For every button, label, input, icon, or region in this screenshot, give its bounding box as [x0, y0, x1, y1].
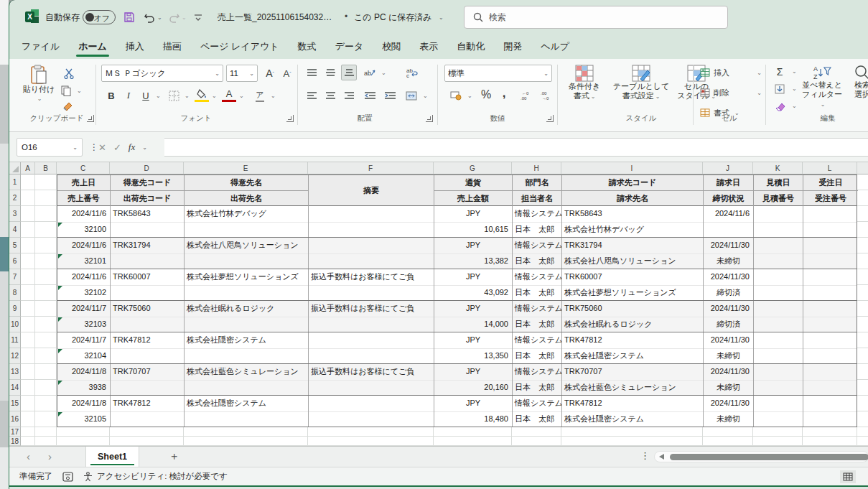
cell-A14[interactable] — [21, 380, 35, 396]
cell-F16[interactable] — [309, 411, 434, 427]
cell-J16[interactable]: 未締切 — [704, 411, 754, 427]
cell-D8[interactable] — [111, 285, 185, 300]
align-bottom-button-selected[interactable] — [341, 65, 357, 80]
scroll-left-arrow[interactable] — [659, 454, 664, 460]
cell-A8[interactable] — [21, 285, 35, 301]
cell-F5[interactable] — [309, 238, 434, 253]
cell-C11[interactable]: 2024/11/7 — [57, 332, 111, 348]
cell-M2[interactable] — [857, 190, 868, 206]
font-name-select[interactable]: ＭＳ Ｐゴシック⌄ — [101, 65, 223, 82]
underline-chevron[interactable]: ⌄ — [156, 93, 161, 99]
cell-E16[interactable] — [185, 411, 309, 427]
cell-H10[interactable]: 日本 太郎 — [513, 317, 562, 332]
cell-K12[interactable] — [754, 348, 803, 363]
cell-A7[interactable] — [21, 269, 35, 285]
wrap-text-button[interactable]: abc — [403, 65, 421, 80]
cell-B1[interactable] — [35, 174, 57, 190]
cell-H9[interactable]: 情報システム — [513, 301, 562, 317]
cell-H13[interactable]: 情報システム — [513, 364, 562, 380]
cell-I13[interactable]: TRK70707 — [562, 364, 704, 380]
cell-L7[interactable] — [803, 269, 858, 285]
save-icon[interactable] — [121, 9, 137, 25]
header-cell-D2[interactable]: 出荷先コード — [111, 191, 185, 206]
merge-center-button[interactable] — [403, 88, 420, 103]
cell-G4[interactable]: 10,615 — [434, 222, 513, 237]
decrease-indent-button[interactable] — [361, 88, 378, 103]
cell-E10[interactable] — [185, 317, 309, 332]
cell-G18[interactable] — [434, 437, 512, 446]
orientation-button[interactable]: ab — [361, 65, 378, 80]
cell-A17[interactable] — [21, 427, 35, 437]
cell-A13[interactable] — [21, 364, 35, 380]
save-location[interactable]: この PC に保存済み — [354, 11, 431, 24]
cell-I8[interactable]: 株式会社夢想ソリューションズ — [562, 285, 704, 300]
cell-H3[interactable]: 情報システム — [513, 206, 562, 222]
cell-M6[interactable] — [857, 253, 868, 269]
column-header-J[interactable]: J — [703, 162, 753, 174]
format-painter-button[interactable] — [60, 99, 75, 113]
cell-B15[interactable] — [35, 396, 57, 411]
cell-M1[interactable] — [857, 174, 868, 190]
header-cell-L2[interactable]: 受注番号 — [803, 191, 858, 206]
find-select-button[interactable]: 検索 選択 — [848, 65, 868, 99]
cell-M8[interactable] — [857, 285, 868, 301]
cell-L12[interactable] — [803, 348, 858, 363]
fill-color-button[interactable] — [195, 88, 209, 102]
cell-M7[interactable] — [857, 269, 868, 285]
file-menu-chevron[interactable]: ⌄ — [439, 14, 444, 21]
cell-A2[interactable] — [21, 190, 35, 206]
ribbon-tab-file[interactable]: ファイル — [12, 34, 69, 59]
header-cell-F[interactable]: 摘要 — [309, 175, 434, 206]
cell-A16[interactable] — [21, 411, 35, 427]
header-cell-K2[interactable]: 見積番号 — [754, 191, 803, 206]
cell-A11[interactable] — [21, 332, 35, 348]
header-cell-H2[interactable]: 担当者名 — [513, 191, 562, 206]
comma-style-button[interactable]: , — [498, 85, 510, 102]
cell-B6[interactable] — [35, 253, 57, 269]
header-cell-I1[interactable]: 請求先コード — [562, 175, 704, 191]
cell-C12[interactable]: 32104 — [57, 348, 111, 363]
cell-G15[interactable]: JPY — [434, 396, 513, 411]
header-cell-E1[interactable]: 得意先名 — [185, 175, 309, 191]
cell-E13[interactable]: 株式会社藍色シミュレーション — [185, 364, 309, 380]
cell-I14[interactable]: 株式会社藍色シミュレーション — [562, 380, 704, 395]
cell-D9[interactable]: TRK75060 — [111, 301, 185, 317]
horizontal-scrollbar-thumb[interactable] — [670, 454, 868, 460]
cell-F8[interactable] — [309, 285, 434, 300]
merge-chevron[interactable]: ⌄ — [423, 93, 428, 99]
cell-B14[interactable] — [35, 380, 57, 396]
row-header-11[interactable]: 11 — [9, 332, 21, 348]
cell-A15[interactable] — [21, 396, 35, 411]
cell-B8[interactable] — [35, 285, 57, 301]
row-header-13[interactable]: 13 — [9, 364, 21, 380]
sort-filter-button[interactable]: AZ 並べ替えと フィルター⌄ — [799, 65, 845, 109]
excel-logo-icon[interactable]: X — [25, 9, 40, 24]
cell-D15[interactable]: TRK47812 — [111, 396, 185, 411]
cell-K4[interactable] — [754, 222, 803, 237]
cell-G8[interactable]: 43,092 — [434, 285, 513, 300]
cell-H7[interactable]: 情報システム — [513, 269, 562, 285]
cell-F6[interactable] — [309, 253, 434, 269]
cell-G14[interactable]: 20,160 — [434, 380, 513, 395]
cell-C18[interactable] — [57, 437, 110, 446]
cell-B2[interactable] — [35, 190, 57, 206]
header-cell-H1[interactable]: 部門名 — [513, 175, 562, 191]
cell-M13[interactable] — [857, 364, 868, 380]
cell-I15[interactable]: TRK47812 — [562, 396, 704, 411]
cell-E11[interactable]: 株式会社隠密システム — [185, 332, 309, 348]
cell-C9[interactable]: 2024/11/7 — [57, 301, 111, 317]
cell-B3[interactable] — [35, 206, 57, 222]
cell-K18[interactable] — [753, 437, 803, 446]
sheet-nav-left-icon[interactable]: ‹ — [27, 450, 30, 462]
cell-J11[interactable]: 2024/11/30 — [704, 332, 754, 348]
accessibility-status[interactable]: アクセシビリティ: 検討が必要です — [83, 471, 228, 482]
cell-G10[interactable]: 14,000 — [434, 317, 513, 332]
phonetic-chevron[interactable]: ⌄ — [271, 93, 276, 99]
column-header-M[interactable] — [857, 162, 868, 174]
cell-J7[interactable]: 2024/11/30 — [704, 269, 754, 285]
row-header-12[interactable]: 12 — [9, 348, 21, 364]
cell-I18[interactable] — [561, 437, 703, 446]
cell-J10[interactable]: 締切済 — [704, 317, 754, 332]
cell-H16[interactable]: 日本 太郎 — [513, 411, 562, 427]
cell-L8[interactable] — [803, 285, 858, 300]
